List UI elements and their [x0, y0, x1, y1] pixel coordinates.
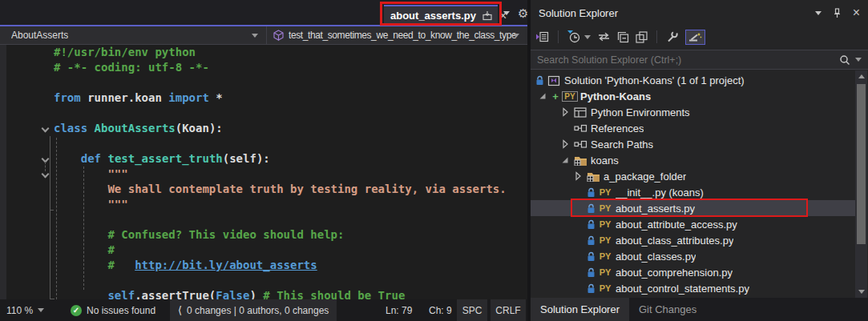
code-line[interactable] [0, 273, 527, 288]
scrollbar-thumb[interactable] [857, 84, 866, 244]
fold-collapse-icon[interactable] [42, 171, 50, 179]
expander-closed-icon[interactable] [559, 138, 571, 150]
fold-collapse-icon[interactable] [42, 155, 50, 163]
code-token: # Confused? This video should help: [54, 228, 344, 241]
code-line[interactable] [0, 136, 527, 151]
type-dropdown[interactable]: AboutAsserts [0, 26, 267, 44]
code-line[interactable]: # Confused? This video should help: [0, 227, 527, 243]
code-line[interactable]: # [0, 243, 527, 258]
search-options-dropdown-icon[interactable] [855, 58, 862, 62]
reference-icon [572, 123, 588, 133]
fold-collapse-icon[interactable] [42, 125, 50, 133]
member-dropdown[interactable]: test_that_sometimes_we_need_to_know_the_… [267, 26, 527, 44]
tree-item-solution-python-koans-1-of-1-project[interactable]: Solution 'Python-Koans' (1 of 1 project) [531, 72, 855, 88]
tree-item-python-koans[interactable]: +PYPython-Koans [531, 88, 855, 104]
spaces-indicator[interactable]: SPC [457, 299, 487, 321]
code-line[interactable]: #!/usr/bin/env python [0, 45, 527, 60]
search-box[interactable] [531, 50, 868, 70]
code-token [54, 289, 107, 299]
code-line[interactable]: def test_assert_truth(self): [0, 151, 527, 167]
code-editor[interactable]: #!/usr/bin/env python# -*- coding: utf-8… [0, 45, 527, 299]
code-line[interactable]: We shall contemplate truth by testing re… [0, 182, 527, 197]
added-plus-icon: + [550, 90, 561, 102]
properties-icon[interactable] [666, 30, 679, 43]
open-documents-dropdown-icon[interactable] [503, 11, 510, 15]
panel-tab-solution-explorer[interactable]: Solution Explorer [531, 298, 629, 321]
package-folder-icon [585, 171, 601, 182]
python-file-icon: PY [597, 251, 613, 261]
code-line[interactable]: class AboutAsserts(Koan): [0, 121, 527, 136]
editor-options-gear-icon[interactable]: ⚙ [518, 7, 528, 19]
tree-item-label: Solution 'Python-Koans' (1 of 1 project) [564, 74, 745, 86]
tree-item-search-paths[interactable]: Search Paths [531, 136, 855, 152]
tree-item-label: about_classes.py [616, 251, 696, 263]
code-link[interactable]: http://bit.ly/about_asserts [135, 259, 317, 271]
code-token [87, 122, 94, 134]
code-line[interactable] [0, 212, 527, 227]
package-folder-icon [572, 155, 588, 166]
collapse-all-icon[interactable] [617, 31, 629, 43]
tree-item-a-package-folder[interactable]: a_package_folder [531, 168, 855, 184]
code-token: (self): [223, 152, 270, 165]
changes-label: 0 changes | 0 authors, 0 changes [187, 305, 329, 316]
code-line[interactable]: """ [0, 197, 527, 212]
show-all-files-icon[interactable] [636, 31, 648, 43]
code-line[interactable]: # -*- coding: utf-8 -*- [0, 60, 527, 75]
pin-icon[interactable] [832, 8, 842, 18]
check-circle-icon: ✓ [71, 305, 82, 316]
tree-item-init-py-koans[interactable]: PY__init__.py (koans) [531, 184, 855, 200]
scroll-up-icon[interactable] [855, 70, 867, 82]
switch-views-icon[interactable] [535, 31, 549, 42]
panel-tab-git-changes[interactable]: Git Changes [629, 298, 706, 321]
code-line[interactable]: from runner.koan import * [0, 90, 527, 106]
issues-status-label: No issues found [87, 305, 155, 316]
line-indicator[interactable]: Ln: 79 [386, 299, 412, 321]
search-icon[interactable] [839, 54, 850, 66]
tree-item-label: Search Paths [591, 138, 653, 150]
issues-status[interactable]: ✓ No issues found [71, 299, 155, 321]
tree-item-references[interactable]: References [531, 120, 855, 136]
panel-title-bar[interactable]: Solution Explorer × [531, 0, 868, 26]
expander-closed-icon[interactable] [572, 171, 583, 182]
chevron-down-icon [513, 34, 519, 38]
column-indicator[interactable]: Ch: 9 [429, 299, 452, 321]
scroll-down-icon[interactable] [855, 286, 867, 298]
tree-item-about-classes-py[interactable]: PYabout_classes.py [531, 248, 855, 264]
tree-item-about-comprehension-py[interactable]: PYabout_comprehension.py [531, 264, 855, 280]
python-file-icon: PY [597, 219, 613, 229]
codelens-changes[interactable]: ⟨ 0 changes | 0 authors, 0 changes [170, 299, 337, 321]
sync-with-active-document-icon[interactable] [597, 32, 611, 42]
pending-changes-filter-icon[interactable] [567, 30, 591, 43]
code-token: (Koan): [176, 122, 223, 134]
search-input[interactable] [537, 54, 839, 66]
code-token: class [54, 122, 87, 134]
tree-item-about-class-attributes-py[interactable]: PYabout_class_attributes.py [531, 232, 855, 248]
close-icon[interactable]: × [853, 6, 860, 19]
code-line[interactable] [0, 75, 527, 90]
code-token: from [54, 91, 81, 104]
code-line[interactable]: self.assertTrue(False) # This should be … [0, 288, 527, 299]
tree-item-label: about_comprehension.py [616, 267, 733, 279]
tree-item-about-attribute-access-py[interactable]: PYabout_attribute_access.py [531, 216, 855, 232]
expander-closed-icon[interactable] [559, 106, 571, 118]
tree-item-label: about_control_statements.py [616, 283, 749, 295]
chevron-left-icon: ⟨ [178, 304, 182, 316]
document-tab-about-asserts[interactable]: about_asserts.py × [384, 5, 498, 25]
lock-icon [585, 267, 596, 278]
tree-item-about-asserts-py[interactable]: PYabout_asserts.py [531, 200, 855, 216]
window-position-icon[interactable] [815, 11, 822, 15]
code-line[interactable] [0, 106, 527, 121]
code-token: #!/usr/bin/env python [54, 46, 196, 58]
zoom-selector[interactable]: 110 % [6, 299, 44, 321]
expander-open-icon[interactable] [537, 90, 548, 102]
expander-open-icon[interactable] [559, 154, 571, 166]
tree-item-about-control-statements-py[interactable]: PYabout_control_statements.py [531, 280, 855, 296]
tree-scrollbar[interactable] [855, 70, 867, 298]
code-line[interactable]: """ [0, 167, 527, 182]
tree-item-koans[interactable]: koans [531, 152, 855, 168]
keep-open-icon[interactable] [482, 11, 493, 21]
tree-item-python-environments[interactable]: Python Environments [531, 104, 855, 120]
code-line[interactable]: # http://bit.ly/about_asserts [0, 258, 527, 273]
preview-selected-items-icon[interactable] [685, 30, 705, 45]
eol-indicator[interactable]: CRLF [491, 299, 526, 321]
